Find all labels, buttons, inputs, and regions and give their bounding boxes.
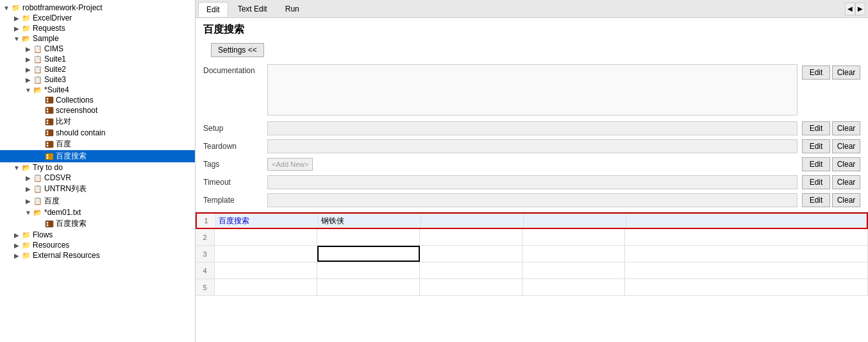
row-num-2: 2 [196,229,215,245]
settings-button[interactable]: Settings << [211,43,264,57]
grid-cell-4-4[interactable] [522,262,625,278]
tab-edit[interactable]: Edit [198,2,228,17]
setup-edit-button[interactable]: Edit [802,121,830,135]
grid-cell-2-4[interactable] [522,229,625,245]
test-icon-should-contain [45,128,54,137]
sidebar-item-bijiao[interactable]: 比对 [0,115,195,128]
grid-cell-5-3[interactable] [420,279,522,295]
grid-cell-4-1[interactable] [215,262,317,278]
doc-edit-button[interactable]: Edit [802,65,830,80]
sidebar-label-suite2: Suite2 [44,65,66,74]
teardown-input[interactable] [267,139,797,153]
timeout-clear-button[interactable]: Clear [832,175,860,189]
grid-cell-4-2[interactable] [317,262,420,278]
setup-input[interactable] [267,121,797,135]
tags-clear-button[interactable]: Clear [832,157,860,171]
sidebar-item-resources[interactable]: ▶ 📁 Resources [0,240,195,250]
sidebar-item-sample[interactable]: ▼ 📂 Sample [0,33,195,44]
expand-icon-external-resources: ▶ [12,252,22,259]
table-row[interactable]: 1 百度搜索 钢铁侠 [196,212,868,229]
grid-cell-5-2[interactable] [317,279,420,295]
tags-add-new-button[interactable]: <Add New> [267,158,313,171]
sidebar-item-screenshoot[interactable]: screenshoot [0,105,195,115]
sidebar-item-flows[interactable]: ▶ 📁 Flows [0,230,195,240]
sidebar-item-suite4[interactable]: ▼ 📂 *Suite4 [0,85,195,95]
tags-row: Tags <Add New> Edit Clear [196,155,868,173]
grid-cell-input-3-2[interactable] [317,246,419,262]
grid-cell-1-1[interactable]: 百度搜索 [216,214,319,228]
grid-cell-5-4[interactable] [522,279,625,295]
teardown-label: Teardown [203,142,267,151]
suite-icon-cims: 📋 [33,45,42,53]
sidebar-label-project: robotframework-Project [22,3,103,12]
grid-cell-3-3[interactable] [420,246,522,262]
table-row[interactable]: 5 [196,279,868,296]
sidebar-item-suite2[interactable]: ▶ 📋 Suite2 [0,64,195,74]
tags-field: <Add New> [267,158,797,171]
timeout-input[interactable] [267,175,797,189]
sidebar-item-exceldriver[interactable]: ▶ 📁 ExcelDriver [0,13,195,23]
sidebar-item-external-resources[interactable]: ▶ 📁 External Resources [0,250,195,261]
sidebar-label-bijiao: 比对 [56,116,71,127]
grid-cell-2-2[interactable] [317,229,420,245]
row-num-5: 5 [196,279,215,295]
sidebar-item-baidu-search[interactable]: 百度搜索 [0,150,195,162]
teardown-clear-button[interactable]: Clear [832,139,860,153]
sidebar-item-suite1[interactable]: ▶ 📋 Suite1 [0,54,195,64]
sidebar-item-cdsvr[interactable]: ▶ 📋 CDSVR [0,173,195,183]
tab-prev-btn[interactable]: ◀ [845,3,855,15]
sidebar-item-baidu-suite[interactable]: ▶ 📋 百度 [0,195,195,207]
grid-cell-2-5[interactable] [625,229,868,245]
tab-text-edit[interactable]: Text Edit [230,1,276,16]
sidebar-item-suite3[interactable]: ▶ 📋 Suite3 [0,74,195,85]
sidebar-item-collections[interactable]: Collections [0,95,195,105]
table-row[interactable]: 4 [196,262,868,279]
sidebar-label-dem01: *dem01.txt [44,208,81,217]
grid-cell-4-5[interactable] [625,262,868,278]
grid-cell-1-3[interactable] [421,214,524,228]
grid-cell-2-1[interactable] [215,229,317,245]
tags-edit-button[interactable]: Edit [802,157,830,171]
sidebar-item-requests[interactable]: ▶ 📁 Requests [0,23,195,33]
template-edit-button[interactable]: Edit [802,193,830,207]
template-clear-button[interactable]: Clear [832,193,860,207]
svg-point-16 [47,154,49,156]
grid-cell-5-1[interactable] [215,279,317,295]
tab-next-btn[interactable]: ▶ [855,3,865,15]
setup-clear-button[interactable]: Clear [832,121,860,135]
sidebar-item-project[interactable]: ▼ 📁 robotframework-Project [0,3,195,13]
sidebar-label-collections: Collections [56,96,94,105]
grid-cell-2-3[interactable] [420,229,522,245]
grid-cell-1-2[interactable]: 钢铁侠 [319,214,421,228]
grid-cell-4-3[interactable] [420,262,522,278]
svg-rect-12 [46,141,53,148]
template-input[interactable] [267,193,797,207]
tab-run[interactable]: Run [277,1,308,16]
sidebar-item-should-contain[interactable]: should contain [0,128,195,138]
sidebar-item-baidu-search2[interactable]: 百度搜索 [0,218,195,230]
doc-textarea[interactable] [267,64,797,115]
table-row[interactable]: 2 [196,229,868,246]
grid-cell-5-5[interactable] [625,279,868,295]
grid-cell-3-4[interactable] [522,246,625,262]
sidebar-item-try-to-do[interactable]: ▼ 📂 Try to do [0,162,195,173]
expand-icon-exceldriver: ▶ [12,15,22,22]
expand-icon-suite3: ▶ [23,76,33,83]
doc-clear-button[interactable]: Clear [832,65,860,80]
sidebar-item-untrn-list[interactable]: ▶ 📋 UNTRN列表 [0,183,195,195]
grid-cell-3-1[interactable] [215,246,317,262]
sidebar-item-baidu[interactable]: 百度 [0,138,195,150]
grid-cell-1-4[interactable] [524,214,626,228]
table-row[interactable]: 3 [196,246,868,262]
tab-bar: Edit Text Edit Run ◀ ▶ [196,0,868,18]
svg-rect-6 [46,119,53,125]
teardown-edit-button[interactable]: Edit [802,139,830,153]
timeout-edit-button[interactable]: Edit [802,175,830,189]
grid-cell-1-5[interactable] [626,214,867,228]
sidebar-item-dem01[interactable]: ▼ 📂 *dem01.txt [0,207,195,218]
doc-label: Documentation [203,64,267,75]
grid-cell-3-2-editing[interactable] [317,246,420,262]
grid-cell-3-5[interactable] [625,246,868,262]
sidebar-item-cims[interactable]: ▶ 📋 CIMS [0,44,195,54]
svg-rect-15 [46,153,53,160]
